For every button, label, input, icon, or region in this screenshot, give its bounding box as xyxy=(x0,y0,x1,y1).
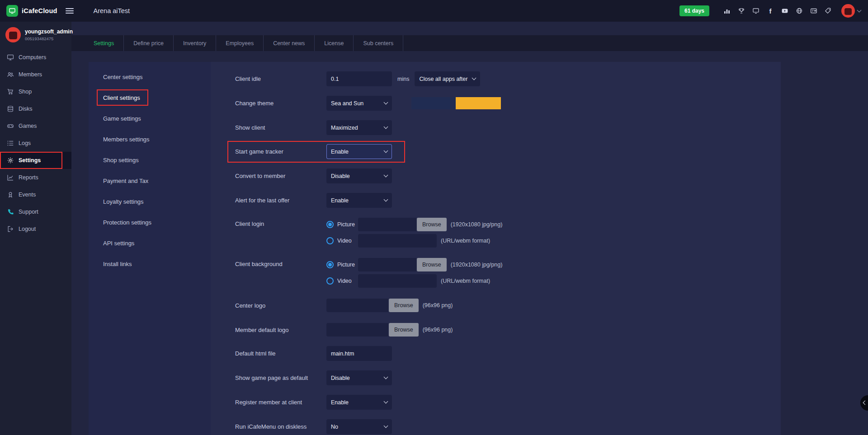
browse-button[interactable]: Browse xyxy=(389,323,419,337)
sidebar-item-events[interactable]: Events xyxy=(0,186,71,203)
sidebar-item-label: Logout xyxy=(19,226,36,232)
field-label: Alert for the last offer xyxy=(235,197,326,204)
sidebar-item-label: Logs xyxy=(19,140,31,146)
browse-button[interactable]: Browse xyxy=(389,299,419,312)
browse-button[interactable]: Browse xyxy=(417,258,447,271)
field-label: Start game tracker xyxy=(235,148,326,155)
field-label: Show game page as default xyxy=(235,374,326,381)
client-login-picture-input[interactable] xyxy=(358,218,416,231)
convert-to-member-row: Convert to member Disable xyxy=(235,168,392,183)
submenu-protection-settings[interactable]: Protection settings xyxy=(89,212,211,233)
center-logo-input[interactable] xyxy=(326,299,388,312)
database-icon xyxy=(6,105,14,112)
tab-license[interactable]: License xyxy=(315,35,354,51)
submenu-loyalty-settings[interactable]: Loyalty settings xyxy=(89,191,211,212)
submenu-install-links[interactable]: Install links xyxy=(89,253,211,274)
sidebar-item-label: Disks xyxy=(19,106,33,112)
client-idle-policy-select[interactable]: Close all apps after ch xyxy=(415,71,480,86)
register-member-select[interactable]: Enable xyxy=(326,395,392,410)
field-label: Client login xyxy=(235,220,326,227)
sidebar-item-logs[interactable]: Logs xyxy=(0,135,71,152)
client-login-picture-radio[interactable] xyxy=(326,221,334,228)
gear-icon xyxy=(6,157,14,164)
tab-center-news[interactable]: Center news xyxy=(264,35,315,51)
youtube-icon[interactable] xyxy=(781,7,789,15)
field-label: Center logo xyxy=(235,302,326,309)
alert-last-offer-select[interactable]: Enable xyxy=(326,193,392,208)
facebook-icon[interactable]: f xyxy=(766,7,774,15)
convert-to-member-select[interactable]: Disable xyxy=(326,168,392,183)
client-background-video-input[interactable] xyxy=(358,274,437,288)
register-member-row: Register member at client Enable xyxy=(235,395,392,410)
submenu-game-settings[interactable]: Game settings xyxy=(89,108,211,129)
format-hint: (96x96 png) xyxy=(423,302,453,309)
sidebar-item-logout[interactable]: Logout xyxy=(0,220,71,238)
tab-inventory[interactable]: Inventory xyxy=(174,35,216,51)
sidebar-item-label: Support xyxy=(19,209,38,215)
hamburger-menu-icon[interactable] xyxy=(66,8,74,14)
app-logo[interactable]: iCafeCloud xyxy=(0,5,57,17)
sidebar-item-settings[interactable]: Settings xyxy=(0,152,71,169)
submenu-client-settings[interactable]: Client settings xyxy=(89,87,211,108)
tab-employees[interactable]: Employees xyxy=(216,35,264,51)
tab-sub-centers[interactable]: Sub centers xyxy=(354,35,403,51)
language-card-icon[interactable] xyxy=(810,7,818,15)
collapse-handle[interactable] xyxy=(860,395,868,411)
tab-settings[interactable]: Settings xyxy=(84,35,124,51)
kiosk-monitor-icon[interactable] xyxy=(752,7,760,15)
sidebar-item-reports[interactable]: Reports xyxy=(0,169,71,186)
browse-button[interactable]: Browse xyxy=(417,218,447,231)
field-label: Member default logo xyxy=(235,327,326,333)
client-background-video-radio[interactable] xyxy=(326,277,334,285)
change-theme-select[interactable]: Sea and Sun xyxy=(326,96,392,111)
submenu-payment-tax[interactable]: Payment and Tax xyxy=(89,170,211,191)
client-background-picture-input[interactable] xyxy=(358,258,416,271)
globe-icon[interactable] xyxy=(795,7,803,15)
sidebar-item-disks[interactable]: Disks xyxy=(0,100,71,117)
submenu-center-settings[interactable]: Center settings xyxy=(89,66,211,87)
theme-swatch-dark xyxy=(411,97,456,109)
sidebar-item-computers[interactable]: Computers xyxy=(0,49,71,66)
show-client-select[interactable]: Maximized xyxy=(326,120,392,135)
sidebar-item-label: Members xyxy=(19,71,42,78)
field-label: Show client xyxy=(235,124,326,131)
submenu-shop-settings[interactable]: Shop settings xyxy=(89,150,211,170)
field-label: Client idle xyxy=(235,75,326,82)
submenu-api-settings[interactable]: API settings xyxy=(89,233,211,253)
settings-submenu: Center settings Client settings Game set… xyxy=(89,62,211,435)
alert-last-offer-row: Alert for the last offer Enable xyxy=(235,193,392,208)
sidebar-item-support[interactable]: Support xyxy=(0,203,71,220)
client-login-video-input[interactable] xyxy=(358,234,437,248)
unit-label: mins xyxy=(397,76,409,82)
gamepad-icon xyxy=(6,122,14,130)
sidebar-item-label: Computers xyxy=(19,54,46,61)
radio-label: Picture xyxy=(337,221,358,228)
run-icafemenu-select[interactable]: No xyxy=(326,419,392,434)
stats-icon[interactable] xyxy=(723,7,731,15)
submenu-members-settings[interactable]: Members settings xyxy=(89,129,211,150)
sidebar-item-games[interactable]: Games xyxy=(0,117,71,135)
client-background-picture-radio[interactable] xyxy=(326,261,334,268)
price-tags-icon[interactable] xyxy=(824,7,832,15)
format-hint: (1920x1080 jpg/png) xyxy=(451,262,503,268)
sidebar-user-block[interactable]: youngzsoft_admin 005193482475 xyxy=(0,27,71,42)
member-default-logo-input[interactable] xyxy=(326,323,388,337)
user-name: youngzsoft_admin xyxy=(25,28,73,35)
default-html-file-input[interactable] xyxy=(326,346,392,361)
license-days-badge[interactable]: 61 days xyxy=(679,5,709,16)
client-idle-input[interactable] xyxy=(326,71,392,86)
monitor-icon xyxy=(6,54,14,61)
tabstrip: Settings Define price Inventory Employee… xyxy=(71,35,868,51)
account-menu[interactable] xyxy=(841,4,861,18)
show-game-page-select[interactable]: Disable xyxy=(326,370,392,385)
format-hint: (1920x1080 jpg/png) xyxy=(451,221,503,228)
field-label: Client background xyxy=(235,261,326,267)
trophy-icon[interactable] xyxy=(737,7,745,15)
sidebar-item-members[interactable]: Members xyxy=(0,66,71,83)
sidebar-item-shop[interactable]: Shop xyxy=(0,83,71,100)
tab-define-price[interactable]: Define price xyxy=(124,35,174,51)
sidebar-item-label: Settings xyxy=(19,157,41,164)
start-game-tracker-select[interactable]: Enable xyxy=(326,144,392,159)
sidebar-item-label: Reports xyxy=(19,174,38,181)
client-login-video-radio[interactable] xyxy=(326,237,334,244)
